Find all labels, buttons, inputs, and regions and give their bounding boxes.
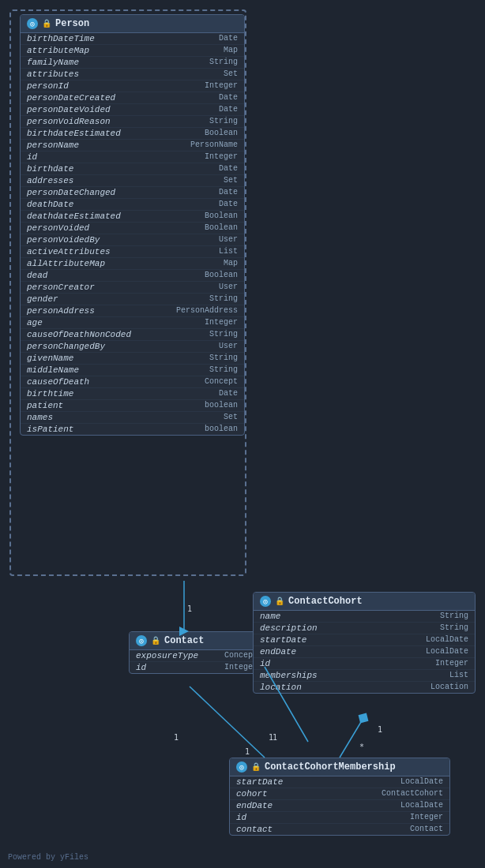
field-name: personName	[27, 140, 79, 150]
table-row: birthDateTimeDate	[21, 33, 244, 45]
table-row: nameString	[254, 611, 475, 623]
table-row: descriptionString	[254, 623, 475, 634]
table-row: personIdInteger	[21, 80, 244, 92]
table-row: ageInteger	[21, 317, 244, 329]
field-name: personVoidReason	[27, 117, 111, 126]
field-type: Date	[219, 188, 238, 197]
field-name: personVoided	[27, 223, 89, 233]
table-row: causeOfDeathConcept	[21, 376, 244, 388]
field-name: familyName	[27, 58, 79, 67]
contact-lock-icon: 🔒	[151, 636, 160, 645]
field-type: String	[440, 612, 468, 621]
contactcohort-entity: ◎ 🔒 ContactCohort nameStringdescriptionS…	[253, 592, 476, 694]
svg-text:1: 1	[245, 747, 250, 756]
field-type: User	[219, 342, 238, 351]
svg-line-10	[340, 718, 363, 758]
field-type: String	[209, 354, 238, 363]
field-name: name	[260, 612, 280, 621]
field-name: endDate	[236, 801, 273, 810]
person-icon: ◎	[27, 18, 38, 29]
footer-text: Powered by yFiles	[8, 853, 88, 862]
contactcohortmembership-header: ◎ 🔒 ContactCohortMembership	[230, 758, 449, 776]
table-row: birthdateDate	[21, 163, 244, 175]
table-row: deathDateDate	[21, 199, 244, 211]
table-row: birthtimeDate	[21, 388, 244, 400]
diagram-container: ◎ 🔒 Person birthDateTimeDateattributeMap…	[0, 0, 485, 868]
table-row: idInteger	[130, 662, 264, 673]
table-row: givenNameString	[21, 353, 244, 365]
table-row: personCreatorUser	[21, 282, 244, 294]
field-type: Date	[219, 105, 238, 114]
field-type: User	[219, 282, 238, 292]
field-name: personDateVoided	[27, 105, 111, 114]
table-row: cohortContactCohort	[230, 788, 449, 800]
table-row: membershipsList	[254, 670, 475, 682]
person-fields: birthDateTimeDateattributeMapMapfamilyNa…	[21, 33, 244, 435]
table-row: activeAttributesList	[21, 246, 244, 258]
contactcohortmembership-icon: ◎	[236, 761, 247, 773]
field-name: names	[27, 413, 53, 422]
svg-text:1: 1	[174, 733, 179, 742]
footer: Powered by yFiles	[8, 853, 88, 862]
field-name: startDate	[260, 635, 306, 645]
field-type: PersonName	[190, 140, 238, 150]
field-name: id	[260, 659, 270, 668]
field-name: personAddress	[27, 306, 95, 316]
field-type: boolean	[205, 401, 238, 410]
contact-icon: ◎	[136, 635, 147, 646]
table-row: attributesSet	[21, 69, 244, 80]
table-row: exposureTypeConcept	[130, 650, 264, 662]
table-row: locationLocation	[254, 682, 475, 693]
field-type: Boolean	[205, 129, 238, 138]
table-row: addressesSet	[21, 175, 244, 187]
field-name: endDate	[260, 647, 296, 657]
field-type: String	[440, 623, 468, 633]
field-name: birthdate	[27, 164, 73, 174]
field-type: PersonAddress	[176, 306, 238, 316]
svg-text:1: 1	[187, 604, 192, 613]
field-name: personDateChanged	[27, 188, 115, 197]
field-type: Integer	[205, 152, 238, 162]
field-type: Date	[219, 164, 238, 174]
field-name: allAttributeMap	[27, 259, 105, 268]
table-row: deadBoolean	[21, 270, 244, 282]
contactcohortmembership-entity: ◎ 🔒 ContactCohortMembership startDateLoc…	[229, 758, 450, 836]
field-type: Boolean	[205, 211, 238, 221]
field-name: deathdateEstimated	[27, 211, 121, 221]
field-type: List	[219, 247, 238, 256]
field-type: List	[449, 671, 468, 680]
field-type: Boolean	[205, 271, 238, 280]
field-type: String	[209, 58, 238, 67]
field-name: patient	[27, 401, 63, 410]
field-name: cohort	[236, 789, 268, 799]
field-name: causeOfDeathNonCoded	[27, 330, 131, 339]
contact-fields: exposureTypeConceptidInteger	[130, 650, 264, 673]
field-type: Set	[224, 176, 238, 185]
table-row: endDateLocalDate	[254, 646, 475, 658]
field-type: Date	[219, 200, 238, 209]
table-row: namesSet	[21, 412, 244, 424]
field-name: activeAttributes	[27, 247, 111, 256]
field-name: gender	[27, 294, 58, 304]
field-type: Map	[224, 46, 238, 55]
contactcohortmembership-title: ContactCohortMembership	[265, 761, 396, 773]
field-type: String	[209, 294, 238, 304]
svg-text:1: 1	[273, 733, 277, 742]
table-row: patientboolean	[21, 400, 244, 412]
contactcohortmembership-lock-icon: 🔒	[251, 762, 261, 772]
table-row: isPatientboolean	[21, 424, 244, 435]
table-row: personChangedByUser	[21, 341, 244, 353]
field-name: addresses	[27, 176, 73, 185]
field-name: description	[260, 623, 318, 633]
field-name: memberships	[260, 671, 318, 680]
field-name: birthdateEstimated	[27, 129, 121, 138]
field-name: birthtime	[27, 389, 73, 398]
field-type: Map	[224, 259, 238, 268]
field-type: LocalDate	[400, 801, 443, 810]
field-name: personId	[27, 81, 69, 91]
field-type: Set	[224, 413, 238, 422]
field-type: Date	[219, 34, 238, 43]
contactcohortmembership-fields: startDateLocalDatecohortContactCohortend…	[230, 776, 449, 835]
field-name: location	[260, 683, 302, 692]
field-type: Concept	[205, 377, 238, 387]
